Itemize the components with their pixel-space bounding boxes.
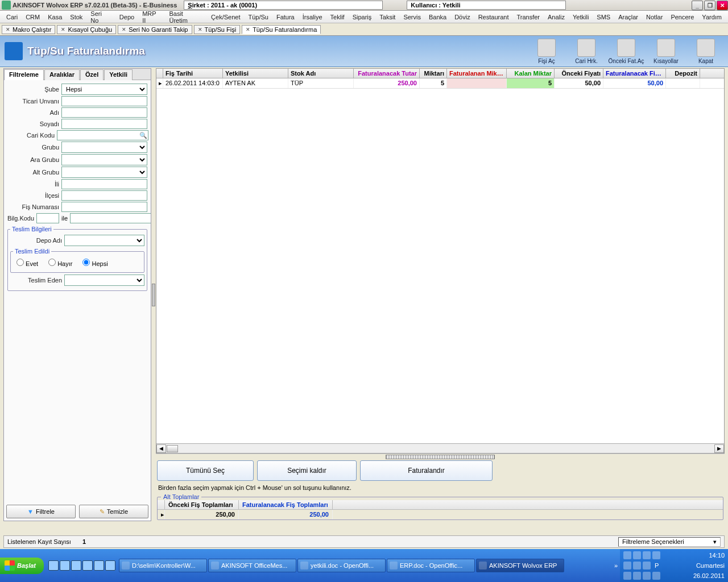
cell[interactable] bbox=[666, 78, 700, 88]
tool-kapat[interactable]: Kapat bbox=[686, 38, 726, 65]
cell[interactable]: TÜP bbox=[288, 78, 354, 88]
scroll-right-icon[interactable]: ▶ bbox=[714, 444, 724, 453]
menu-item[interactable]: Teklif bbox=[326, 13, 349, 22]
col-header[interactable]: Kalan Miktar bbox=[507, 69, 555, 78]
close-icon[interactable]: ✕ bbox=[6, 27, 10, 32]
splitter-handle[interactable] bbox=[152, 284, 155, 306]
menu-item[interactable]: Fatura bbox=[272, 13, 299, 22]
menu-item[interactable]: Restaurant bbox=[474, 13, 513, 22]
radio-hayir[interactable]: Hayır bbox=[48, 259, 72, 267]
tray-icon[interactable] bbox=[623, 562, 631, 569]
cell[interactable]: 5 bbox=[420, 78, 447, 88]
close-icon[interactable]: ✕ bbox=[122, 27, 126, 32]
close-icon[interactable]: ✕ bbox=[246, 27, 250, 32]
menu-item[interactable]: Banka bbox=[425, 13, 450, 22]
menu-item[interactable]: Depo bbox=[115, 13, 138, 22]
faturalandir-button[interactable]: Faturalandır bbox=[360, 460, 493, 481]
menu-item[interactable]: Çek/Senet bbox=[207, 13, 244, 22]
cell[interactable]: 5 bbox=[507, 78, 555, 88]
tool-cari-hrk[interactable]: Cari Hrk. bbox=[566, 38, 606, 65]
tray-icon[interactable] bbox=[652, 551, 660, 559]
quicklaunch-icon[interactable] bbox=[60, 560, 70, 571]
start-button[interactable]: Başlat bbox=[0, 558, 44, 574]
menu-item[interactable]: Araçlar bbox=[614, 13, 642, 22]
quicklaunch-icon[interactable] bbox=[105, 560, 115, 571]
tray-icon[interactable] bbox=[623, 572, 631, 580]
tray-icon[interactable] bbox=[633, 562, 641, 569]
taskbar-task[interactable]: yetkili.doc - OpenOffi... bbox=[297, 559, 386, 572]
filter-options-dropdown[interactable]: Filtreleme Seçenekleri▾ bbox=[618, 537, 721, 547]
tumunu-sec-button[interactable]: Tümünü Seç bbox=[157, 460, 254, 481]
filter-tab-araliklar[interactable]: Aralıklar bbox=[44, 69, 80, 80]
quicklaunch-icon[interactable] bbox=[71, 560, 81, 571]
tray-icon[interactable] bbox=[652, 572, 660, 580]
cell[interactable]: 26.02.2011 14:03:0 bbox=[163, 78, 223, 88]
col-header[interactable]: Miktarı bbox=[420, 69, 447, 78]
menu-item[interactable]: Cari bbox=[2, 13, 22, 22]
close-icon[interactable]: ✕ bbox=[61, 27, 65, 32]
grubu-select[interactable] bbox=[61, 142, 147, 153]
menu-item[interactable]: Döviz bbox=[450, 13, 474, 22]
doctab[interactable]: ✕Tüp/Su Faturalandırma bbox=[242, 25, 321, 34]
ilcesi-input[interactable] bbox=[61, 190, 147, 201]
doctab[interactable]: ✕Makro Çalıştır bbox=[2, 25, 55, 34]
menu-item[interactable]: Basit Üretim bbox=[165, 9, 207, 25]
col-header[interactable]: Faturalanacak Fiyat bbox=[603, 69, 666, 78]
menu-item[interactable]: İrsaliye bbox=[299, 13, 326, 22]
menu-item[interactable]: Taksit bbox=[375, 13, 399, 22]
tool-onceki-fat[interactable]: Önceki Fat.Aç bbox=[606, 38, 646, 65]
maximize-button[interactable]: ❐ bbox=[704, 1, 715, 10]
menu-item[interactable]: Notlar bbox=[642, 13, 667, 22]
depoadi-select[interactable] bbox=[64, 235, 144, 246]
taskbar-task[interactable]: D:\selim\Kontroller\W... bbox=[119, 559, 207, 572]
menu-item[interactable]: Stok bbox=[66, 13, 86, 22]
filtrele-button[interactable]: ▼Filtrele bbox=[6, 505, 76, 518]
carikodu-input[interactable] bbox=[57, 130, 148, 140]
menu-item[interactable]: MRP II bbox=[138, 9, 165, 25]
menu-item[interactable]: Pencere bbox=[667, 13, 698, 22]
col-header[interactable]: Yetkilisi bbox=[223, 69, 288, 78]
menu-item[interactable]: Tüp/Su bbox=[244, 13, 272, 22]
tray-icon[interactable] bbox=[643, 562, 651, 569]
filter-tab-filtreleme[interactable]: Filtreleme bbox=[4, 69, 44, 80]
aragrubu-select[interactable] bbox=[61, 154, 147, 165]
soyadi-input[interactable] bbox=[61, 119, 147, 129]
menu-item[interactable]: Servis bbox=[399, 13, 425, 22]
taskbar-task[interactable]: AKINSOFT OfficeMes... bbox=[208, 559, 296, 572]
menu-item[interactable]: Sipariş bbox=[349, 13, 376, 22]
menu-item[interactable]: Yetkili bbox=[569, 13, 593, 22]
splitter[interactable] bbox=[151, 67, 156, 522]
scroll-left-icon[interactable]: ◀ bbox=[156, 444, 166, 453]
overflow-icon[interactable]: » bbox=[612, 562, 620, 569]
tray-icon[interactable] bbox=[623, 551, 631, 559]
altgrubu-select[interactable] bbox=[61, 167, 147, 178]
col-header[interactable]: Faturalanan Miktar bbox=[447, 69, 507, 78]
col-header[interactable]: Fiş Tarihi bbox=[163, 69, 223, 78]
lookup-icon[interactable]: 🔍 bbox=[139, 132, 147, 139]
doctab[interactable]: ✕Seri No Garanti Takip bbox=[118, 25, 192, 34]
temizle-button[interactable]: ✎Temizle bbox=[79, 505, 148, 518]
minimize-button[interactable]: _ bbox=[692, 1, 703, 10]
taskbar-task[interactable]: AKINSOFT Wolvox ERP bbox=[476, 559, 564, 572]
taskbar-task[interactable]: ERP.doc - OpenOffic... bbox=[387, 559, 475, 572]
doctab[interactable]: ✕Kısayol Çubuğu bbox=[57, 25, 116, 34]
tool-kisayollar[interactable]: Kısayollar bbox=[646, 38, 686, 65]
tray-icon[interactable] bbox=[633, 572, 641, 580]
menu-item[interactable]: Kasa bbox=[44, 13, 66, 22]
secimi-kaldir-button[interactable]: Seçimi kaldır bbox=[257, 460, 357, 481]
doctab[interactable]: ✕Tüp/Su Fişi bbox=[194, 25, 241, 34]
fisnum-input[interactable] bbox=[61, 202, 147, 212]
col-header[interactable]: Önceki Fiyatı bbox=[555, 69, 603, 78]
menu-item[interactable]: Transfer bbox=[512, 13, 544, 22]
menu-item[interactable]: CRM bbox=[22, 13, 44, 22]
horizontal-scrollbar[interactable]: ◀ ▶ bbox=[156, 443, 724, 453]
close-button[interactable]: ✕ bbox=[717, 1, 728, 10]
filter-tab-ozel[interactable]: Özel bbox=[80, 69, 104, 80]
tray-icon[interactable] bbox=[643, 572, 651, 580]
cell[interactable]: AYTEN AK bbox=[223, 78, 288, 88]
scroll-thumb[interactable] bbox=[167, 445, 178, 452]
menu-item[interactable]: Seri No bbox=[86, 9, 115, 25]
tray-icon[interactable] bbox=[643, 551, 651, 559]
cell[interactable]: 50,00 bbox=[603, 78, 666, 88]
quicklaunch-icon[interactable] bbox=[48, 560, 59, 571]
